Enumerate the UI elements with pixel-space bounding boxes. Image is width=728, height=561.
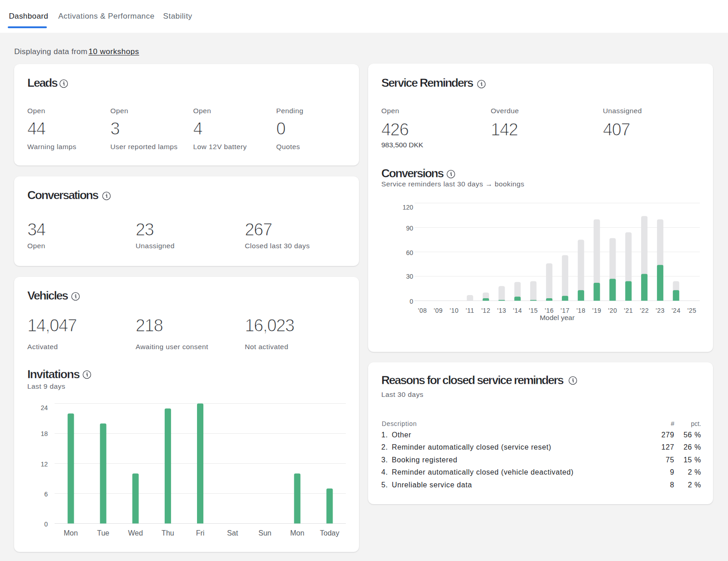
svg-text:'16: '16 (545, 307, 554, 314)
svg-text:12: 12 (40, 461, 48, 468)
svg-text:Sun: Sun (258, 529, 271, 537)
svg-text:'22: '22 (640, 307, 649, 314)
svg-text:6: 6 (44, 491, 48, 498)
svg-text:'12: '12 (481, 307, 490, 314)
svg-text:'23: '23 (656, 307, 665, 314)
svg-text:'13: '13 (497, 307, 506, 314)
svg-text:Thu: Thu (162, 529, 174, 537)
svg-text:Mon: Mon (64, 529, 78, 537)
svg-text:'17: '17 (561, 307, 570, 314)
svg-text:'24: '24 (672, 307, 681, 314)
svg-text:'25: '25 (688, 307, 697, 314)
svg-text:Model year: Model year (540, 314, 575, 321)
svg-text:24: 24 (40, 404, 48, 411)
svg-text:'08: '08 (418, 307, 427, 314)
svg-text:18: 18 (40, 430, 48, 437)
svg-text:'20: '20 (608, 307, 617, 314)
svg-text:'14: '14 (513, 307, 522, 314)
svg-text:'11: '11 (466, 307, 475, 314)
svg-text:'15: '15 (529, 307, 538, 314)
svg-text:'09: '09 (434, 307, 443, 314)
svg-text:'19: '19 (592, 307, 602, 314)
svg-text:Tue: Tue (97, 529, 109, 537)
svg-text:60: 60 (406, 249, 413, 256)
svg-text:Today: Today (320, 529, 339, 537)
svg-text:'10: '10 (450, 307, 459, 314)
svg-text:'18: '18 (576, 307, 586, 314)
svg-text:90: 90 (406, 225, 413, 232)
svg-text:0: 0 (410, 298, 413, 305)
svg-text:30: 30 (406, 273, 413, 280)
svg-text:'21: '21 (624, 307, 633, 314)
svg-text:Wed: Wed (128, 529, 143, 537)
svg-text:Sat: Sat (227, 529, 238, 537)
svg-text:Mon: Mon (290, 529, 304, 537)
svg-text:120: 120 (403, 204, 414, 211)
svg-text:0: 0 (44, 521, 48, 528)
svg-text:Fri: Fri (196, 529, 205, 537)
